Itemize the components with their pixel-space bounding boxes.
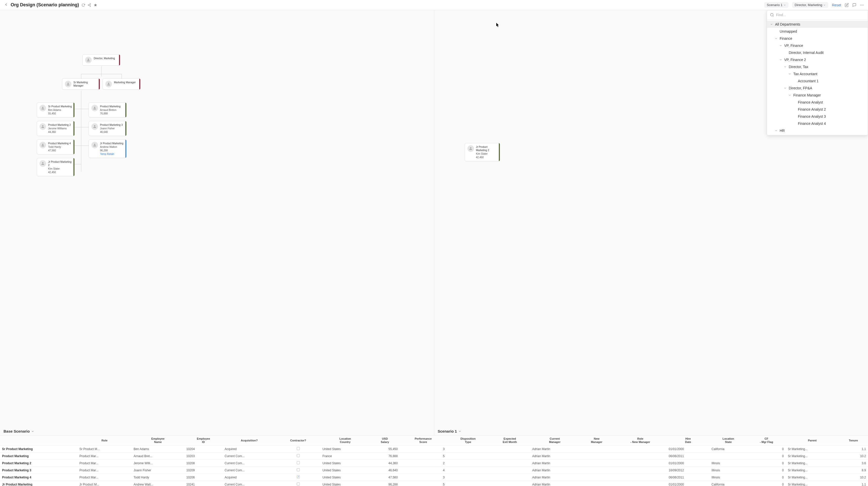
cell-id: 10204: [184, 446, 223, 453]
org-card[interactable]: Product MarketingArnaud Breton76,888: [89, 102, 127, 118]
org-card[interactable]: Jr Product MarketingAndrew Walton96,288T…: [89, 139, 127, 158]
table-header-cell[interactable]: PerformanceScore: [400, 435, 447, 446]
cell-cf: 0: [747, 467, 786, 474]
edit-icon[interactable]: [845, 3, 849, 7]
card-title: Product Marketing 4: [48, 142, 71, 145]
cell-contractor[interactable]: [276, 481, 320, 486]
tree-item[interactable]: VP, Finance 2: [767, 56, 868, 63]
tree-item[interactable]: Finance: [767, 35, 868, 42]
table-header-cell[interactable]: HireDate: [667, 435, 710, 446]
tree-item[interactable]: Tax Accountant: [767, 70, 868, 77]
data-table-wrap: RoleEmployeeNameEmployeeIDAcquisition?Co…: [0, 435, 868, 486]
reset-link[interactable]: Reset: [832, 3, 841, 7]
table-header-cell[interactable]: EmployeeName: [131, 435, 184, 446]
scenario-dropdown[interactable]: Scenario 1: [764, 2, 788, 8]
cell-contractor[interactable]: [276, 474, 320, 481]
comment-icon[interactable]: [852, 3, 856, 7]
card-stripe: [499, 143, 500, 161]
cell-contractor[interactable]: [276, 467, 320, 474]
table-row[interactable]: Product Marketing 4Product Mar...Todd Ha…: [0, 474, 868, 481]
table-row[interactable]: Product MarketingProduct Mar...Arnaud Br…: [0, 453, 868, 460]
role-dropdown[interactable]: Director, Marketing: [792, 2, 828, 8]
left-pane-footer-label: Base Scenario: [4, 429, 30, 433]
tree-list: All DepartmentsUnmappedFinanceVP, Financ…: [767, 20, 868, 135]
cell-state: California: [710, 481, 747, 486]
chevron-down-icon: [784, 65, 787, 68]
tree-item[interactable]: Director, FP&A: [767, 85, 868, 92]
tree-item[interactable]: All Departments: [767, 21, 868, 28]
tree-item[interactable]: Finance Analyst 2: [767, 106, 868, 113]
svg-line-10: [773, 16, 774, 17]
tree-item[interactable]: HR: [767, 127, 868, 134]
org-card[interactable]: Product Marketing 4Todd Hardy47,560: [37, 139, 75, 154]
star-icon[interactable]: [94, 3, 97, 7]
table-header-cell[interactable]: Acquisition?: [223, 435, 276, 446]
org-card[interactable]: Director, Marketing: [82, 55, 120, 66]
tree-item[interactable]: VP, Finance: [767, 42, 868, 49]
avatar-icon: [65, 81, 71, 87]
org-card[interactable]: Sr Product MarketingBen Adams55,450: [37, 102, 75, 118]
tree-item[interactable]: Director, Internal Audit: [767, 49, 868, 56]
table-header-cell[interactable]: CurrentManager: [530, 435, 579, 446]
table-header-cell[interactable]: [0, 435, 78, 446]
cell-mgr: Adrian Martin: [530, 467, 579, 474]
cell-rolenew: [614, 446, 666, 453]
tree-item[interactable]: Accountant 1: [767, 77, 868, 85]
cell-contractor[interactable]: [276, 460, 320, 467]
right-pane-footer-dropdown[interactable]: Scenario 1: [438, 429, 462, 433]
tree-search-input[interactable]: [776, 13, 865, 17]
table-row[interactable]: Jr Product MarketingJr Product M...Andre…: [0, 481, 868, 486]
table-row[interactable]: Sr Product MarketingSr Product M...Ben A…: [0, 446, 868, 453]
cell-id: 10208: [184, 460, 223, 467]
cell-newmgr: [579, 481, 614, 486]
org-card[interactable]: Marketing Manager: [102, 78, 141, 90]
org-card[interactable]: Product Marketing 2Jerome Williams44,360: [37, 121, 75, 136]
table-header-cell[interactable]: USDSalary: [370, 435, 400, 446]
cell-name: Todd Hardy: [131, 474, 184, 481]
tree-item-label: Director, Internal Audit: [789, 51, 824, 55]
table-header-cell[interactable]: DispositionType: [447, 435, 490, 446]
cell-state: Illinois: [710, 460, 747, 467]
card-salary: 55,450: [48, 112, 72, 115]
cell-contractor[interactable]: [276, 446, 320, 453]
tree-item[interactable]: Unmapped: [767, 28, 868, 35]
cell-contractor[interactable]: [276, 453, 320, 460]
table-row[interactable]: Product Marketing 2Product Mar...Jerome …: [0, 460, 868, 467]
table-header-cell[interactable]: CF- Mgr Flag: [747, 435, 786, 446]
org-card[interactable]: Jr Product Marketing 2Kim Slater42,450: [465, 143, 500, 161]
table-header-cell[interactable]: EmployeeID: [184, 435, 223, 446]
table-header-cell[interactable]: NewManager: [579, 435, 614, 446]
card-stripe: [119, 55, 120, 65]
org-canvas-left[interactable]: Director, MarketingSr Marketing ManagerM…: [0, 10, 434, 435]
org-card[interactable]: Sr Marketing Manager: [62, 78, 100, 90]
table-header-cell[interactable]: Role: [78, 435, 132, 446]
table-header-cell[interactable]: Contractor?: [276, 435, 320, 446]
department-tree-panel: All DepartmentsUnmappedFinanceVP, Financ…: [767, 10, 868, 135]
tree-item[interactable]: Finance Analyst: [767, 99, 868, 106]
table-header-cell[interactable]: LocationState: [710, 435, 747, 446]
org-card[interactable]: Jr Product Marketing 2Kim Slater42,450: [37, 158, 75, 176]
cell-role: Product Mar...: [78, 474, 132, 481]
cell-hire: 16/09/2012: [667, 467, 710, 474]
refresh-icon[interactable]: [82, 3, 85, 7]
avatar-icon: [39, 123, 46, 130]
org-card[interactable]: Product Marketing 3Joann Fisher46,640: [89, 121, 127, 136]
table-header-cell[interactable]: ExpectedExit Month: [490, 435, 530, 446]
table-row[interactable]: Product Marketing 3Product Mar...Joann F…: [0, 467, 868, 474]
share-icon[interactable]: [88, 3, 91, 7]
table-header-cell[interactable]: LocationCountry: [320, 435, 370, 446]
row-label: Jr Product Marketing: [0, 481, 78, 486]
card-text: Product Marketing 4Todd Hardy47,560: [48, 142, 71, 152]
tree-item[interactable]: Director, Tax: [767, 63, 868, 70]
table-header-cell[interactable]: Tenure: [839, 435, 868, 446]
table-header-cell[interactable]: Parent: [786, 435, 839, 446]
table-header-cell[interactable]: Role- New Manager: [614, 435, 666, 446]
tree-item[interactable]: Finance Manager: [767, 92, 868, 99]
tree-item[interactable]: Finance Analyst 3: [767, 113, 868, 120]
card-title: Jr Product Marketing: [100, 142, 123, 145]
more-icon[interactable]: [860, 3, 864, 7]
cell-name: Andrew Walt...: [131, 481, 184, 486]
left-pane-footer-dropdown[interactable]: Base Scenario: [4, 429, 34, 433]
back-button[interactable]: [4, 3, 8, 7]
tree-item[interactable]: Finance Analyst 4: [767, 120, 868, 127]
